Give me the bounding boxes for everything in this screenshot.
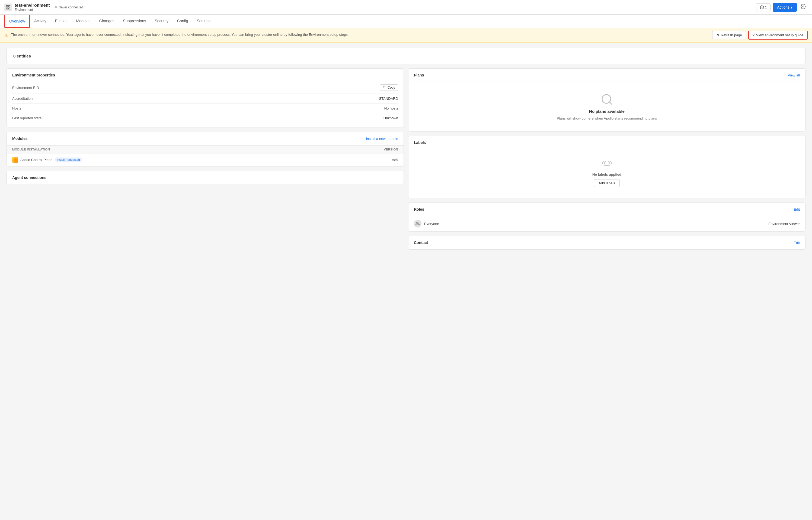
- view-all-plans-link[interactable]: View all: [788, 73, 800, 77]
- page-subtitle: Environment: [15, 8, 50, 12]
- tab-entities[interactable]: Entities: [51, 15, 72, 27]
- module-col-header: MODULE INSTALLATION: [12, 148, 371, 151]
- status-dot: [55, 6, 57, 8]
- version-col-header: VERSION: [371, 148, 398, 151]
- svg-rect-9: [604, 161, 611, 165]
- view-setup-guide-button[interactable]: ? View environment setup guide: [748, 31, 808, 40]
- state-value: Unknown: [383, 116, 398, 120]
- tab-changes[interactable]: Changes: [95, 15, 119, 27]
- accreditation-label: Accreditation: [12, 97, 32, 101]
- labels-card: Labels No labels applied Add labels: [408, 136, 806, 198]
- tab-security[interactable]: Security: [150, 15, 173, 27]
- alert-content: ⚠ The environment never connected. Your …: [4, 32, 708, 38]
- svg-rect-1: [9, 5, 10, 7]
- alert-message: The environment never connected. Your ag…: [11, 32, 349, 36]
- tab-suppressions[interactable]: Suppressions: [119, 15, 151, 27]
- svg-rect-2: [6, 7, 7, 9]
- header: test-environment Environment Never conne…: [0, 0, 812, 15]
- install-requested-badge: Install Requested: [55, 157, 82, 162]
- rid-label: Environment RID: [12, 86, 39, 90]
- edit-roles-link[interactable]: Edit: [794, 207, 800, 211]
- labels-empty-title: No labels applied: [592, 173, 621, 177]
- roles-title: Roles: [414, 207, 424, 211]
- header-title-group: test-environment Environment: [15, 3, 50, 12]
- copy-rid-button[interactable]: Copy: [380, 84, 398, 91]
- warning-icon: ⚠: [4, 33, 8, 38]
- labels-empty-state: No labels applied Add labels: [408, 149, 805, 198]
- module-version-col: V89: [371, 158, 398, 162]
- role-row: Everyone Environment Viewer: [408, 216, 805, 231]
- page-title: test-environment: [15, 3, 50, 8]
- state-label: Last reported state: [12, 116, 42, 120]
- tab-overview[interactable]: Overview: [4, 15, 30, 28]
- prop-row-state: Last reported state Unknown: [12, 113, 398, 123]
- agent-connections-card: Agent connections: [6, 171, 404, 184]
- right-col: Plans View all No plans available Plans …: [408, 68, 806, 254]
- prop-row-accreditation: Accreditation STANDARD: [12, 94, 398, 104]
- settings-icon-button[interactable]: [799, 2, 808, 12]
- module-name-col: 🔶 Apollo Control Plane Install Requested: [12, 157, 371, 163]
- module-row: 🔶 Apollo Control Plane Install Requested…: [7, 153, 404, 166]
- two-col-grid: Environment properties Environment RID C…: [6, 68, 806, 254]
- install-module-link[interactable]: Install a new module: [366, 137, 398, 141]
- prop-row-rid: Environment RID Copy: [12, 82, 398, 94]
- modules-title-row: Modules Install a new module: [7, 132, 404, 145]
- contact-card: Contact Edit: [408, 236, 806, 250]
- status-label: Never connected: [58, 5, 83, 9]
- svg-point-10: [416, 222, 418, 224]
- modules-card: Modules Install a new module MODULE INST…: [6, 132, 404, 166]
- refresh-label: Refresh page: [721, 33, 742, 37]
- user-avatar: [414, 220, 422, 228]
- plans-empty-subtitle: Plans will show up here when Apollo star…: [557, 116, 657, 120]
- tab-modules[interactable]: Modules: [72, 15, 95, 27]
- agent-connections-title: Agent connections: [7, 171, 404, 184]
- alert-actions: ↻ Refresh page ? View environment setup …: [712, 31, 808, 40]
- header-right: 1 Actions ▾: [756, 2, 808, 12]
- plans-card: Plans View all No plans available Plans …: [408, 68, 806, 131]
- hosts-label: Hosts: [12, 106, 21, 110]
- search-icon: [600, 93, 614, 106]
- roles-title-row: Roles Edit: [408, 203, 805, 216]
- roles-card: Roles Edit Everyone: [408, 203, 806, 232]
- modules-title: Modules: [12, 136, 28, 141]
- labels-title-row: Labels: [408, 136, 805, 149]
- environment-properties-card: Environment properties Environment RID C…: [6, 68, 404, 127]
- role-user: Everyone: [414, 220, 439, 228]
- edit-contact-link[interactable]: Edit: [794, 241, 800, 245]
- entities-count: 0 entities: [13, 54, 31, 58]
- guide-label: View environment setup guide: [756, 33, 803, 37]
- contact-title: Contact: [414, 240, 428, 245]
- accreditation-value: STANDARD: [379, 97, 398, 101]
- entities-card: 0 entities: [6, 48, 806, 64]
- role-name: Environment Viewer: [768, 222, 800, 226]
- tab-settings[interactable]: Settings: [192, 15, 215, 27]
- module-name: Apollo Control Plane: [20, 158, 53, 162]
- refresh-page-button[interactable]: ↻ Refresh page: [712, 31, 746, 39]
- actions-label: Actions: [777, 5, 789, 9]
- env-props-body: Environment RID Copy: [7, 82, 404, 127]
- plans-title-row: Plans View all: [408, 69, 805, 82]
- svg-rect-5: [384, 87, 386, 89]
- refresh-icon: ↻: [716, 33, 719, 37]
- contact-title-row: Contact Edit: [408, 236, 805, 250]
- main-content: 0 entities Environment properties Enviro…: [0, 43, 812, 520]
- tab-activity[interactable]: Activity: [30, 15, 50, 27]
- env-props-title: Environment properties: [7, 69, 404, 82]
- svg-point-6: [602, 95, 611, 103]
- help-icon: ?: [753, 33, 755, 37]
- actions-button[interactable]: Actions ▾: [773, 3, 797, 12]
- rid-value: Copy: [380, 84, 398, 91]
- label-icon: [602, 160, 612, 167]
- add-labels-button[interactable]: Add labels: [594, 179, 620, 187]
- connection-status: Never connected: [53, 5, 85, 10]
- header-left: test-environment Environment Never conne…: [4, 3, 85, 12]
- prop-row-hosts: Hosts No hosts: [12, 104, 398, 113]
- svg-rect-0: [6, 5, 7, 7]
- svg-line-7: [609, 102, 612, 104]
- role-username: Everyone: [424, 222, 439, 226]
- svg-rect-3: [9, 7, 10, 9]
- tab-config[interactable]: Config: [173, 15, 192, 27]
- alert-bar: ⚠ The environment never connected. Your …: [0, 28, 812, 43]
- modules-table-header: MODULE INSTALLATION VERSION: [7, 145, 404, 153]
- notifications-button[interactable]: 1: [756, 3, 770, 11]
